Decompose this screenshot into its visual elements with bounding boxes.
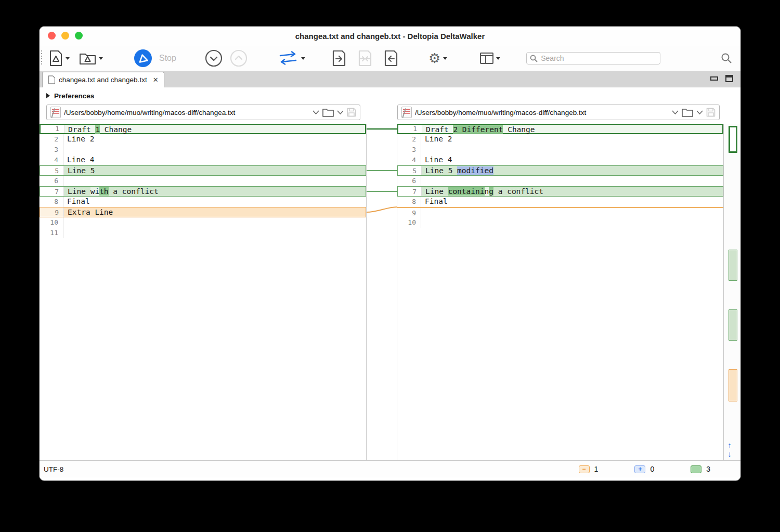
minimize-window-button[interactable] [61, 32, 69, 40]
line-content[interactable]: Line 5 modified [422, 166, 723, 175]
find-button[interactable] [721, 53, 732, 64]
right-diff-pane[interactable]: 1Draft 2 Different Change2Line 234Line 4… [397, 124, 723, 460]
diff-line[interactable]: 10 [397, 217, 723, 228]
layout-button[interactable] [480, 53, 500, 64]
line-number: 5 [398, 166, 422, 175]
diff-connector-lines [367, 124, 398, 460]
line-content[interactable] [63, 145, 366, 155]
scroll-down-arrow-icon[interactable]: ↓ [724, 449, 735, 458]
tab-compare-session[interactable]: changea.txt and changeb.txt ✕ [42, 72, 164, 87]
added-badge-icon: + [634, 465, 645, 473]
compare-folders-button[interactable] [79, 51, 103, 65]
line-content[interactable]: Line containing a conflict [422, 187, 723, 196]
diff-line[interactable]: 1Draft 1 Change [40, 124, 366, 134]
changed-count-item: 3 [691, 465, 710, 473]
chevron-down-icon[interactable] [696, 110, 703, 114]
stop-button[interactable]: Stop [134, 49, 176, 67]
magnifier-icon [721, 53, 732, 64]
title-bar: changea.txt and changeb.txt - Deltopia D… [40, 27, 740, 46]
diff-line[interactable]: 8Final [40, 197, 366, 207]
settings-button[interactable]: ⚙ [428, 51, 447, 65]
line-content[interactable]: Line with a conflict [64, 187, 366, 196]
line-content[interactable]: Draft 2 Different Change [422, 125, 722, 133]
diff-line[interactable]: 3 [397, 145, 723, 155]
swap-sides-button[interactable] [278, 51, 305, 66]
overview-marker-deletion[interactable] [729, 369, 737, 401]
line-content[interactable] [421, 217, 723, 228]
file-icon [401, 107, 412, 118]
diff-line[interactable]: 2Line 2 [397, 134, 723, 145]
close-window-button[interactable] [48, 32, 56, 40]
diff-line[interactable]: 4Line 4 [397, 155, 723, 165]
diff-line[interactable]: 9 [397, 207, 723, 217]
diff-line[interactable]: 5Line 5 modified [397, 165, 723, 176]
document-arrow-left-icon [383, 50, 399, 67]
minimize-view-icon[interactable] [710, 76, 718, 81]
toolbar-drag-handle-icon[interactable] [41, 50, 43, 66]
line-content[interactable]: Line 2 [421, 134, 723, 145]
line-number: 1 [41, 125, 64, 133]
prev-change-button[interactable] [230, 49, 248, 67]
chevron-down-icon [496, 57, 500, 60]
save-icon [706, 108, 716, 117]
diff-line[interactable]: 8Final [397, 197, 723, 207]
line-content[interactable] [63, 176, 366, 186]
line-content[interactable] [63, 217, 366, 228]
maximize-view-icon[interactable] [725, 75, 733, 82]
browse-folder-icon[interactable] [682, 108, 693, 117]
line-content[interactable] [421, 145, 723, 155]
search-field[interactable] [526, 52, 660, 64]
diff-line[interactable]: 6 [40, 176, 366, 186]
scroll-up-arrow-icon[interactable]: ↑ [724, 440, 735, 449]
overview-marker-change[interactable] [729, 309, 737, 341]
tab-close-icon[interactable]: ✕ [153, 76, 159, 84]
right-file-path-bar[interactable]: /Users/bobby/home/muo/writing/macos-diff… [397, 105, 720, 120]
path-bars: /Users/bobby/home/muo/writing/macos-diff… [40, 104, 740, 124]
line-content[interactable]: Extra Line [64, 207, 366, 217]
chevron-down-icon[interactable] [337, 110, 344, 114]
diff-line[interactable]: 4Line 4 [40, 155, 366, 165]
left-diff-pane[interactable]: 1Draft 1 Change2Line 234Line 45Line 567L… [40, 124, 366, 460]
chevron-down-icon[interactable] [672, 110, 679, 114]
overview-marker-current-change[interactable] [729, 126, 737, 153]
diff-line[interactable]: 6 [397, 176, 723, 186]
merge-right-button[interactable] [331, 50, 347, 67]
line-content[interactable]: Line 4 [421, 155, 723, 165]
line-content[interactable]: Final [63, 197, 366, 207]
overview-marker-change[interactable] [729, 250, 737, 281]
diff-line[interactable]: 5Line 5 [40, 165, 366, 176]
diff-line[interactable]: 7Line with a conflict [40, 186, 366, 197]
window-title: changea.txt and changeb.txt - Deltopia D… [295, 32, 485, 41]
line-number: 2 [40, 134, 63, 145]
tab-label: changea.txt and changeb.txt [59, 76, 147, 84]
preferences-section[interactable]: Preferences [40, 87, 740, 104]
diff-line[interactable]: 2Line 2 [40, 134, 366, 145]
diff-line[interactable]: 7Line containing a conflict [397, 186, 723, 197]
line-content[interactable]: Final [421, 197, 723, 207]
file-icon [50, 107, 61, 118]
merge-both-button[interactable] [357, 50, 373, 67]
line-number: 4 [40, 155, 63, 165]
diff-line[interactable]: 11 [40, 228, 366, 238]
line-content[interactable] [63, 228, 366, 238]
encoding-label: UTF-8 [44, 465, 63, 473]
search-input[interactable] [541, 54, 657, 62]
line-content[interactable] [421, 208, 723, 217]
next-change-button[interactable] [205, 49, 223, 67]
line-content[interactable] [421, 176, 723, 186]
line-content[interactable]: Line 5 [64, 166, 366, 175]
diff-line[interactable]: 10 [40, 217, 366, 228]
chevron-down-icon[interactable] [313, 110, 319, 114]
diff-line[interactable]: 1Draft 2 Different Change [397, 124, 723, 134]
diff-line[interactable]: 3 [40, 145, 366, 155]
line-content[interactable]: Line 4 [63, 155, 366, 165]
line-content[interactable]: Draft 1 Change [64, 125, 365, 133]
browse-folder-icon[interactable] [322, 108, 334, 117]
merge-left-button[interactable] [383, 50, 399, 67]
chevron-down-circle-icon [205, 49, 223, 67]
diff-line[interactable]: 9Extra Line [40, 207, 366, 217]
zoom-window-button[interactable] [75, 32, 83, 40]
line-content[interactable]: Line 2 [63, 134, 366, 145]
compare-files-button[interactable] [49, 50, 70, 67]
left-file-path-bar[interactable]: /Users/bobby/home/muo/writing/macos-diff… [46, 105, 360, 120]
